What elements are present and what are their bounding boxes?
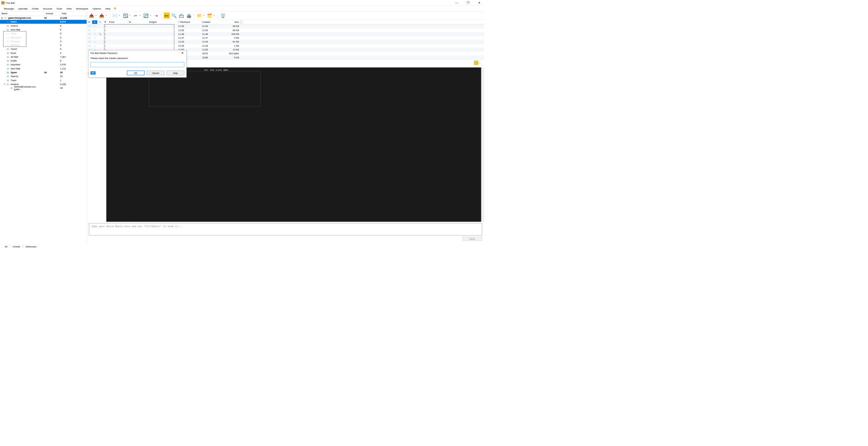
language-badge[interactable]: ES xyxy=(91,71,96,74)
menu-help[interactable]: Help xyxy=(103,6,112,10)
col-from[interactable]: From xyxy=(108,20,127,24)
close-button[interactable]: ✕ xyxy=(476,0,483,5)
folder-row[interactable]: 🗀Work6 xyxy=(0,51,87,55)
dialog-close-button[interactable]: ✕ xyxy=(180,52,184,55)
move-button[interactable]: 📁▼ xyxy=(196,12,206,19)
spellcheck-button[interactable]: abc xyxy=(163,12,170,19)
master-password-input[interactable] xyxy=(91,62,184,67)
menu-options[interactable]: Options xyxy=(91,6,103,10)
folder-row[interactable]: 🗀Spam3435 xyxy=(0,70,87,74)
folder-row[interactable]: 🗀Starred29 xyxy=(0,74,87,78)
folder-label: Drafts xyxy=(10,59,44,62)
menu-workspace[interactable]: Workspace xyxy=(74,6,90,10)
row-created: 11:02 xyxy=(201,48,226,52)
folder-label: Sent Mail xyxy=(10,67,44,70)
folder-total: 0 xyxy=(60,44,87,46)
folder-row[interactable]: 🗀Sent Mail1,131 xyxy=(0,67,87,70)
minimize-button[interactable]: — xyxy=(453,0,460,5)
folder-row[interactable]: 🗀All Mail7,367 xyxy=(0,55,87,59)
col-flag-icon[interactable]: ⚑ xyxy=(103,20,108,24)
folder-row[interactable]: 🗀Personal0 xyxy=(0,39,87,43)
folder-row[interactable]: 🗀Trash0 xyxy=(0,31,87,35)
col-to[interactable]: To xyxy=(128,20,148,24)
row-created: 11:47 xyxy=(201,36,226,40)
folder-icon: 🗀 xyxy=(6,83,9,85)
tree-header-name[interactable]: Name xyxy=(0,11,44,16)
expand-icon[interactable]: ⊟ xyxy=(1,17,3,19)
folder-row[interactable]: 🗀Trash1 xyxy=(0,78,87,82)
send-button[interactable]: Send xyxy=(462,237,482,241)
folder-row[interactable]: 🗀Receipts0 xyxy=(0,43,87,47)
new-message-button[interactable]: ✉️▼ xyxy=(112,12,121,19)
message-row[interactable]: 📨●●11:2811:281 KB xyxy=(87,44,484,47)
col-envelope-icon[interactable]: ✉ xyxy=(87,20,92,24)
reply-all-button[interactable]: ⤺▼ xyxy=(132,12,142,19)
tab-all[interactable]: All xyxy=(2,245,10,248)
message-row[interactable]: 📨●●11:5911:5985 KB xyxy=(87,28,484,32)
folder-total: 0 xyxy=(60,28,87,31)
addressbook-button[interactable]: 📇 xyxy=(178,12,185,19)
message-row[interactable]: 📨●📎●11:4811:48249 KB xyxy=(87,32,484,36)
message-row[interactable]: 📨●●11:4411:4461 KB xyxy=(87,40,484,44)
receive-mail-button[interactable]: 📥▼ xyxy=(88,12,98,19)
menu-message[interactable]: Message xyxy=(2,6,16,10)
search-button[interactable]: 🔍 xyxy=(171,12,178,19)
preview-content[interactable]: for the Live Q&A. xyxy=(106,68,481,222)
maximize-button[interactable]: ❐ xyxy=(464,0,471,5)
folder-row[interactable]: 🗀Important5,978 xyxy=(0,63,87,67)
folder-row[interactable]: 🗀iluttrell@hotmail.com, jyake...28 xyxy=(0,86,87,90)
attachment-panel[interactable]: 📄 Message.html 46 KB xyxy=(87,68,106,222)
preview-flag-icon[interactable] xyxy=(474,61,478,65)
menu-view[interactable]: View xyxy=(65,6,74,10)
preview-dropdown[interactable]: ▼ xyxy=(478,62,481,64)
col-parked-icon[interactable]: P xyxy=(92,20,97,24)
menu-specials[interactable]: Specials xyxy=(17,6,30,10)
menu-folder[interactable]: Folder xyxy=(30,6,41,10)
delete-button[interactable]: 🗑️ xyxy=(220,12,226,19)
message-row[interactable]: 📨●●11:5911:5958 KB xyxy=(87,25,484,28)
col-created[interactable]: Created xyxy=(201,20,226,24)
folder-row[interactable]: 🗀Inbox6,474 xyxy=(0,20,87,24)
tab-addresses[interactable]: Addresses xyxy=(23,245,39,248)
row-flag-icon: ● xyxy=(103,41,108,43)
col-size[interactable]: Size xyxy=(226,20,240,24)
folder-icon: 🗀 xyxy=(6,44,9,47)
help-button[interactable]: Help xyxy=(167,71,184,75)
menu-tools[interactable]: Tools xyxy=(55,6,64,10)
dialog-titlebar[interactable]: The Bat! Master Password ✕ xyxy=(88,50,186,56)
col-attachment-icon[interactable]: 📎 xyxy=(97,20,103,24)
account-row[interactable]: ⊟ 📧 jyaker24@gmail.com 34 21,049 xyxy=(0,16,87,20)
row-attach-icon xyxy=(97,30,103,30)
redirect-button[interactable]: ⇢ xyxy=(153,12,159,19)
row-dot-icon: ● xyxy=(92,41,97,43)
account-label: jyaker24@gmail.com xyxy=(8,16,44,19)
cancel-button[interactable]: Cancel xyxy=(147,71,164,75)
expand-icon[interactable]: ⊟ xyxy=(3,83,6,85)
row-size: 249 KB xyxy=(226,32,240,36)
gear-icon[interactable]: ✿ xyxy=(114,6,116,10)
tab-unread[interactable]: Unread xyxy=(10,245,23,248)
tree-header-total[interactable]: Total xyxy=(60,11,87,16)
folder-label: iluttrell@hotmail.com, jyake... xyxy=(14,85,44,91)
folder-row[interactable]: 🗀Messages0 xyxy=(0,36,87,39)
message-row[interactable]: 📨●●11:4711:472 KB xyxy=(87,36,484,40)
send-mail-button[interactable]: 📤▼ xyxy=(98,12,108,19)
right-pane: 📥▼ 📤▼ ✉️▼ ↩️▼ ⤺▼ ↪️▼ ⇢ abc 🔍 📇 🖨️ 📁▼ 🗂️▼… xyxy=(87,11,484,244)
ok-button[interactable]: OK xyxy=(127,71,145,75)
reply-button[interactable]: ↩️▼ xyxy=(122,12,131,19)
quick-reply-input[interactable]: Type your Quick Reply here and use "Ctrl… xyxy=(89,223,482,236)
row-created: 10:52 xyxy=(201,52,226,55)
folder-row[interactable]: 🗀Drafts0 xyxy=(0,59,87,63)
col-received[interactable]: ▽Received xyxy=(177,20,201,24)
print-button[interactable]: 🖨️ xyxy=(186,12,192,19)
forward-button[interactable]: ↪️▼ xyxy=(143,12,152,19)
folder-icon: 🗀 xyxy=(6,47,9,50)
folder-row[interactable]: 🗀Outbox0 xyxy=(0,24,87,28)
tree-header-unread[interactable]: Unread xyxy=(44,11,60,16)
folder-row[interactable]: 🗀Travel0 xyxy=(0,47,87,51)
copy-button[interactable]: 🗂️▼ xyxy=(206,12,216,19)
menu-account[interactable]: Account xyxy=(41,6,54,10)
row-created: 11:59 xyxy=(201,25,226,28)
col-subject[interactable]: Subject xyxy=(148,20,177,24)
folder-row[interactable]: 🗀Sent Mail0 xyxy=(0,28,87,31)
